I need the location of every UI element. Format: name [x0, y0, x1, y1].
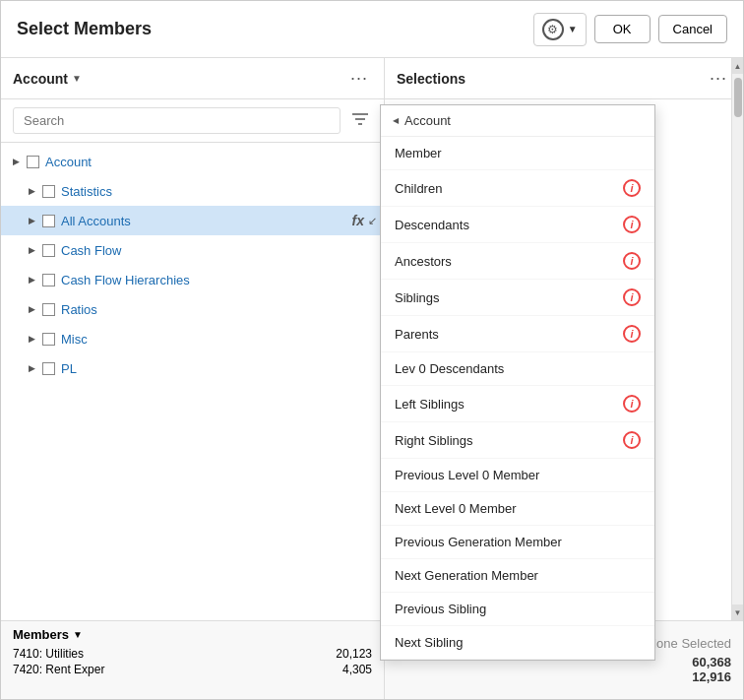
table-row: 7410: Utilities 20,123	[13, 646, 372, 662]
row1-value: 20,123	[336, 647, 372, 661]
dialog-title: Select Members	[17, 19, 533, 39]
cancel-button[interactable]: Cancel	[658, 15, 727, 43]
left-panel: Account ▼ ···	[1, 58, 385, 620]
menu-item-next-level0-label: Next Level 0 Member	[395, 501, 641, 516]
expander-pl[interactable]	[25, 361, 38, 375]
dropdown-account-label: Account	[404, 113, 451, 128]
expander-ratios[interactable]	[25, 302, 38, 316]
expander-all-accounts[interactable]	[25, 214, 38, 227]
siblings-info-icon[interactable]	[623, 288, 641, 306]
checkbox-cash-flow-hierarchies[interactable]	[42, 274, 55, 286]
tree-item-cash-flow[interactable]: Cash Flow	[1, 235, 384, 265]
parents-info-icon[interactable]	[623, 325, 641, 343]
expander-statistics[interactable]	[25, 184, 38, 198]
children-info-icon[interactable]	[623, 179, 641, 197]
right-values: 60,368 12,916	[692, 655, 731, 684]
gear-icon: ⚙	[542, 19, 564, 40]
none-selected-label: None Selected	[648, 636, 731, 651]
tree-item-cash-flow-hierarchies[interactable]: Cash Flow Hierarchies	[1, 265, 384, 294]
scroll-up-arrow[interactable]: ▲	[732, 58, 743, 74]
left-siblings-info-icon[interactable]	[623, 395, 641, 413]
menu-item-children[interactable]: Children	[381, 170, 654, 207]
right-siblings-info-icon[interactable]	[623, 431, 641, 449]
tree-item-ratios[interactable]: Ratios	[1, 294, 384, 324]
gear-dropdown-arrow: ▼	[568, 24, 578, 34]
ok-button[interactable]: OK	[594, 15, 651, 43]
tree-label-cash-flow-hierarchies: Cash Flow Hierarchies	[61, 273, 190, 287]
right-panel-header: Selections ···	[385, 58, 743, 99]
menu-item-next-level0-member[interactable]: Next Level 0 Member	[381, 492, 654, 526]
right-scrollbar[interactable]: ▲ ▼	[731, 58, 743, 620]
search-input[interactable]	[13, 107, 341, 134]
checkbox-cash-flow[interactable]	[42, 244, 55, 257]
fx-button[interactable]: fx	[348, 211, 368, 230]
left-panel-title: Account ▼	[13, 71, 346, 87]
row1-label: 7410: Utilities	[13, 647, 84, 661]
menu-item-left-siblings[interactable]: Left Siblings	[381, 386, 654, 422]
checkbox-account[interactable]	[27, 156, 39, 168]
menu-item-prev-generation-label: Previous Generation Member	[395, 535, 641, 549]
checkbox-statistics[interactable]	[42, 185, 55, 198]
descendants-info-icon[interactable]	[623, 216, 641, 233]
tree-item-account-root[interactable]: Account	[1, 147, 384, 176]
menu-item-siblings[interactable]: Siblings	[381, 280, 654, 316]
members-header: Members ▼	[13, 627, 372, 642]
expander-misc[interactable]	[25, 332, 38, 346]
menu-item-next-generation-member[interactable]: Next Generation Member	[381, 559, 654, 593]
table-row: 7420: Rent Exper 4,305	[13, 662, 372, 677]
tree-container: Account Statistics All Accounts fx ↙	[1, 143, 384, 620]
filter-icon	[352, 112, 368, 126]
ancestors-info-icon[interactable]	[623, 252, 641, 270]
gear-button[interactable]: ⚙ ▼	[533, 13, 587, 46]
filter-button[interactable]	[348, 108, 372, 133]
tree-label-misc: Misc	[61, 332, 88, 347]
menu-item-parents-label: Parents	[395, 327, 623, 342]
expander-cash-flow[interactable]	[25, 243, 38, 257]
tree-item-statistics[interactable]: Statistics	[1, 176, 384, 206]
menu-item-prev-level0-label: Previous Level 0 Member	[395, 468, 641, 482]
tree-item-misc[interactable]: Misc	[1, 324, 384, 353]
left-panel-menu-button[interactable]: ···	[346, 66, 372, 91]
tree-label-pl: PL	[61, 361, 77, 376]
tree-label-account: Account	[45, 155, 92, 169]
dropdown-tri-icon: ◀	[393, 116, 399, 125]
right-value-2: 12,916	[692, 669, 731, 684]
checkbox-misc[interactable]	[42, 333, 55, 346]
bottom-left: Members ▼ 7410: Utilities 20,123 7420: R…	[1, 621, 385, 699]
menu-item-ancestors[interactable]: Ancestors	[381, 243, 654, 280]
menu-item-prev-generation-member[interactable]: Previous Generation Member	[381, 526, 654, 559]
menu-item-member[interactable]: Member	[381, 137, 654, 170]
cursor-indicator: ↙	[368, 215, 376, 227]
menu-item-next-sibling[interactable]: Next Sibling	[381, 626, 654, 660]
menu-item-next-generation-label: Next Generation Member	[395, 568, 641, 583]
tree-label-ratios: Ratios	[61, 302, 97, 317]
selections-menu-button[interactable]: ···	[706, 66, 731, 91]
tree-label-cash-flow: Cash Flow	[61, 243, 121, 258]
scroll-thumb[interactable]	[734, 78, 742, 117]
menu-item-descendants[interactable]: Descendants	[381, 207, 654, 243]
checkbox-pl[interactable]	[42, 362, 55, 375]
scroll-down-arrow[interactable]: ▼	[732, 605, 743, 620]
expander-cash-flow-hierarchies[interactable]	[25, 273, 38, 286]
selections-title: Selections	[397, 71, 706, 87]
members-dropdown-icon[interactable]: ▼	[73, 629, 83, 640]
tree-item-pl[interactable]: PL	[1, 353, 384, 383]
menu-item-descendants-label: Descendants	[395, 218, 623, 232]
checkbox-all-accounts[interactable]	[42, 215, 55, 227]
account-dropdown-icon[interactable]: ▼	[72, 73, 82, 84]
menu-item-parents[interactable]: Parents	[381, 316, 654, 352]
tree-item-all-accounts[interactable]: All Accounts fx ↙	[1, 206, 384, 235]
right-value-1: 60,368	[692, 655, 731, 669]
menu-item-left-siblings-label: Left Siblings	[395, 397, 623, 412]
menu-item-next-sibling-label: Next Sibling	[395, 635, 641, 650]
checkbox-ratios[interactable]	[42, 303, 55, 316]
menu-item-lev0-descendants[interactable]: Lev 0 Descendants	[381, 352, 654, 386]
menu-item-right-siblings-label: Right Siblings	[395, 433, 623, 448]
header-actions: ⚙ ▼ OK Cancel	[533, 13, 727, 46]
menu-item-prev-sibling[interactable]: Previous Sibling	[381, 593, 654, 626]
expander-account[interactable]	[9, 155, 23, 168]
menu-item-prev-level0-member[interactable]: Previous Level 0 Member	[381, 459, 654, 492]
select-members-dialog: Select Members ⚙ ▼ OK Cancel Account ▼ ·…	[0, 0, 744, 700]
menu-item-right-siblings[interactable]: Right Siblings	[381, 422, 654, 459]
left-panel-header: Account ▼ ···	[1, 58, 384, 99]
